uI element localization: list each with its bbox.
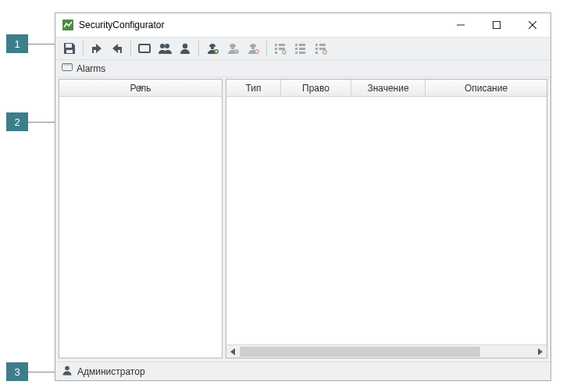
rights-grid-header: Тип Право Значение Описание: [226, 80, 547, 97]
svg-rect-6: [66, 50, 73, 53]
svg-point-15: [251, 46, 255, 50]
svg-rect-18: [275, 48, 277, 50]
svg-rect-20: [279, 44, 285, 46]
svg-rect-29: [315, 44, 318, 46]
scroll-thumb[interactable]: [240, 347, 480, 357]
svg-rect-31: [315, 52, 318, 54]
rights-panel: Тип Право Значение Описание: [226, 79, 547, 358]
column-header-value[interactable]: Значение: [351, 80, 426, 96]
toolbar: [55, 37, 550, 60]
svg-rect-26: [299, 44, 305, 46]
scroll-right-arrow[interactable]: [533, 345, 547, 358]
svg-point-14: [234, 49, 239, 54]
object-button[interactable]: [135, 39, 154, 58]
sort-asc-icon: [137, 80, 144, 91]
callout-1: 1: [6, 34, 28, 53]
column-header-description-label: Описание: [465, 83, 508, 94]
callout-1-line: [28, 44, 55, 45]
roles-grid-header: Роль: [59, 80, 222, 97]
svg-rect-23: [295, 44, 297, 46]
breadcrumb: Alarms: [55, 60, 550, 77]
statusbar: Администратор: [55, 362, 550, 380]
save-button[interactable]: [60, 39, 79, 58]
app-icon: [62, 19, 74, 31]
column-header-role[interactable]: Роль: [59, 80, 222, 96]
svg-point-37: [65, 366, 69, 371]
list-remove-button[interactable]: [312, 39, 330, 58]
toolbar-separator: [83, 41, 84, 56]
toolbar-separator: [266, 41, 267, 56]
edit-worker-button[interactable]: [223, 39, 242, 58]
svg-point-11: [211, 46, 215, 50]
roles-panel: Роль: [59, 79, 223, 358]
svg-point-9: [165, 44, 169, 48]
callout-1-label: 1: [14, 38, 20, 50]
users-button[interactable]: [155, 39, 174, 58]
svg-rect-2: [493, 22, 501, 29]
add-worker-button[interactable]: [203, 39, 222, 58]
scroll-track[interactable]: [240, 345, 533, 358]
svg-rect-24: [295, 48, 297, 50]
callout-3: 3: [6, 362, 28, 381]
svg-rect-21: [279, 48, 285, 50]
user-icon: [62, 365, 73, 378]
scroll-left-arrow[interactable]: [226, 345, 240, 358]
export-button[interactable]: [87, 39, 106, 58]
column-header-right-label: Право: [302, 83, 330, 94]
svg-point-8: [160, 44, 165, 48]
import-button[interactable]: [108, 39, 126, 58]
callout-3-line: [28, 372, 55, 372]
user-button[interactable]: [176, 39, 194, 58]
callout-2-label: 2: [14, 116, 20, 128]
app-window: SecurityConfigurator: [55, 12, 551, 381]
svg-rect-32: [319, 44, 326, 46]
svg-point-10: [183, 44, 187, 48]
column-header-value-label: Значение: [367, 83, 408, 94]
svg-rect-7: [139, 45, 150, 52]
minimize-button[interactable]: [443, 13, 479, 37]
callout-2: 2: [6, 112, 28, 131]
list-add-button[interactable]: [271, 39, 290, 58]
titlebar: SecurityConfigurator: [55, 13, 550, 37]
window-title: SecurityConfigurator: [79, 20, 164, 30]
toolbar-separator: [198, 41, 199, 56]
content-area: Роль Тип Право Значение Описание: [55, 77, 550, 362]
callout-3-label: 3: [14, 366, 20, 378]
status-user-label: Администратор: [77, 366, 145, 377]
svg-rect-27: [299, 48, 305, 50]
callout-2-line: [28, 122, 55, 123]
svg-rect-25: [295, 52, 297, 54]
roles-grid-body[interactable]: [59, 97, 222, 358]
svg-rect-28: [299, 52, 305, 54]
svg-point-13: [231, 46, 235, 50]
svg-rect-30: [315, 48, 318, 50]
svg-rect-19: [275, 52, 277, 54]
svg-rect-5: [66, 44, 72, 48]
column-header-type[interactable]: Тип: [226, 80, 281, 96]
svg-rect-36: [62, 64, 73, 66]
horizontal-scrollbar[interactable]: [226, 344, 547, 358]
close-button[interactable]: [515, 13, 550, 37]
svg-rect-33: [319, 48, 326, 50]
rights-grid-body[interactable]: [226, 97, 547, 344]
column-header-right[interactable]: Право: [281, 80, 351, 96]
toolbar-separator: [130, 41, 131, 56]
column-header-description[interactable]: Описание: [426, 80, 547, 96]
list-edit-button[interactable]: [291, 39, 310, 58]
svg-rect-17: [275, 44, 277, 46]
folder-icon: [62, 62, 73, 74]
maximize-button[interactable]: [479, 13, 515, 37]
remove-worker-button[interactable]: [244, 39, 262, 58]
column-header-type-label: Тип: [245, 83, 261, 94]
breadcrumb-label: Alarms: [77, 63, 105, 74]
